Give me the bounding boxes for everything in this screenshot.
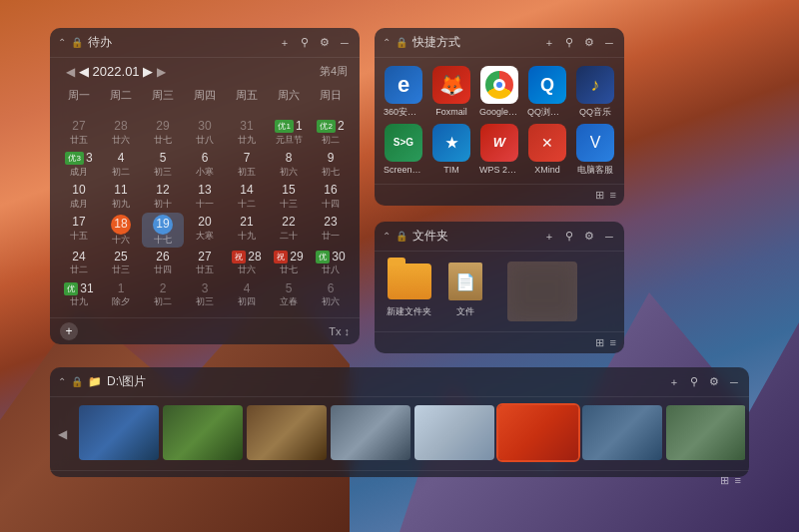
cal-day[interactable]: 祝 28 廿六 — [226, 248, 268, 279]
calendar-search-icon[interactable]: ⚲ — [298, 36, 312, 50]
cal-day[interactable]: 25廿三 — [100, 248, 142, 279]
shortcuts-settings-icon[interactable]: ⚙ — [582, 36, 596, 50]
photos-prev-btn[interactable]: ◀ — [54, 427, 71, 441]
cal-day[interactable]: 8初六 — [268, 149, 310, 181]
files-menu-icon[interactable]: ─ — [602, 230, 616, 244]
cal-day[interactable]: 29廿七 — [142, 117, 184, 149]
cal-day[interactable]: 20大寒 — [184, 213, 226, 248]
cal-day[interactable]: 22二十 — [268, 213, 310, 248]
shortcut-qqbrowser[interactable]: Q QQ浏览器 — [526, 66, 568, 118]
shortcut-foxmail[interactable]: 🦊 Foxmail — [430, 66, 472, 118]
shortcuts-add-icon[interactable]: + — [542, 36, 556, 50]
cal-day[interactable]: 16十四 — [310, 181, 352, 213]
cal-day[interactable]: 28廿六 — [100, 117, 142, 149]
cal-next-btn[interactable]: ▶ — [153, 65, 170, 79]
files-expand-icon[interactable]: ⌃ — [383, 231, 391, 242]
shortcuts-search-icon[interactable]: ⚲ — [562, 36, 576, 50]
cal-day[interactable]: 4初四 — [226, 279, 268, 311]
photo-thumb-7[interactable] — [582, 405, 662, 460]
cal-day[interactable]: 31廿九 — [226, 117, 268, 149]
photo-thumb-5[interactable] — [414, 405, 494, 460]
photo-thumb-1[interactable] — [79, 405, 159, 460]
photo-thumb-3[interactable] — [247, 405, 327, 460]
photos-search-icon[interactable]: ⚲ — [687, 375, 701, 389]
cal-day[interactable]: 24廿二 — [58, 248, 100, 279]
shortcuts-expand-icon[interactable]: ⌃ — [383, 37, 391, 48]
cal-day[interactable]: 优1 1 元旦节 — [268, 117, 310, 149]
cal-day-today[interactable]: 18 十六 — [100, 213, 142, 248]
photo-thumb-6[interactable] — [498, 405, 578, 460]
cal-day[interactable]: 9初七 — [310, 149, 352, 181]
cal-prev-btn[interactable]: ◀ — [62, 65, 79, 79]
shortcut-dianxin[interactable]: V 电脑客服 — [574, 124, 616, 176]
cal-day[interactable]: 30廿八 — [184, 117, 226, 149]
shortcut-screentogif[interactable]: S>G ScreenToGif — [383, 124, 424, 176]
cal-day[interactable]: 优 31 廿九 — [58, 279, 100, 311]
cal-day[interactable]: 17十五 — [58, 213, 100, 248]
cal-day[interactable]: 优 30 廿八 — [310, 248, 352, 279]
photos-settings-icon[interactable]: ⚙ — [707, 375, 721, 389]
shortcut-wps[interactable]: W WPS 2019 — [478, 124, 520, 176]
cal-day[interactable]: 10成月 — [58, 181, 100, 213]
files-search-icon[interactable]: ⚲ — [562, 230, 576, 244]
photo-thumb-8[interactable] — [666, 405, 745, 460]
files-settings-icon[interactable]: ⚙ — [582, 230, 596, 244]
cal-day[interactable]: 1除夕 — [100, 279, 142, 311]
cal-day[interactable]: 27廿五 — [184, 248, 226, 279]
cal-sort-label[interactable]: Tx ↕ — [329, 325, 350, 337]
cal-day-selected[interactable]: 19 十七 — [142, 213, 184, 248]
photos-list-view[interactable]: ≡ — [735, 474, 741, 487]
shortcut-xmind[interactable]: ✕ XMind — [526, 124, 568, 176]
calendar-settings-icon[interactable]: ⚙ — [318, 36, 332, 50]
shortcuts-grid-view[interactable]: ⊞ — [595, 189, 604, 202]
cal-week-5: 24廿二 25廿三 26廿四 27廿五 祝 28 廿六 祝 29 廿七 — [58, 248, 352, 279]
cal-day[interactable]: 3初三 — [184, 279, 226, 311]
cal-day[interactable]: 26廿四 — [142, 248, 184, 279]
file-item-file[interactable]: 📄 文件 — [443, 262, 487, 318]
calendar-expand-icon[interactable]: ⌃ — [58, 37, 66, 48]
calendar-lock-icon[interactable]: 🔒 — [71, 37, 83, 48]
photo-thumb-2[interactable] — [163, 405, 243, 460]
cal-day[interactable]: 5立春 — [268, 279, 310, 311]
shortcuts-menu-icon[interactable]: ─ — [602, 36, 616, 50]
files-list-view[interactable]: ≡ — [610, 336, 616, 349]
shortcuts-list-view[interactable]: ≡ — [610, 189, 616, 202]
cal-day[interactable]: 6初六 — [310, 279, 352, 311]
shortcut-360[interactable]: e 360安全浏览器 — [383, 66, 424, 118]
calendar-menu-icon[interactable]: ─ — [338, 36, 352, 50]
cal-day[interactable]: 优3 3 成月 — [58, 149, 100, 181]
cal-day[interactable]: 13十一 — [184, 181, 226, 213]
calendar-add-icon[interactable]: + — [278, 36, 292, 50]
cal-day[interactable]: 6小寒 — [184, 149, 226, 181]
cal-day[interactable]: 祝 29 廿七 — [268, 248, 310, 279]
cal-day[interactable]: 2初二 — [142, 279, 184, 311]
cal-day[interactable]: 优2 2 初二 — [310, 117, 352, 149]
photos-lock-icon[interactable]: 🔒 — [71, 376, 83, 387]
shortcut-icon-xmind: ✕ — [528, 124, 566, 162]
cal-day[interactable]: 23廿一 — [310, 213, 352, 248]
files-title: 文件夹 — [412, 228, 537, 245]
cal-day[interactable]: 15十三 — [268, 181, 310, 213]
photos-menu-icon[interactable]: ─ — [727, 375, 741, 389]
shortcut-tim[interactable]: ★ TIM — [430, 124, 472, 176]
cal-day[interactable]: 4初二 — [100, 149, 142, 181]
files-add-icon[interactable]: + — [542, 230, 556, 244]
files-lock-icon[interactable]: 🔒 — [396, 231, 407, 242]
cal-add-btn[interactable]: + — [60, 322, 78, 340]
cal-day[interactable]: 5初三 — [142, 149, 184, 181]
photo-thumb-4[interactable] — [331, 405, 410, 460]
cal-day[interactable]: 11初九 — [100, 181, 142, 213]
file-item-folder[interactable]: 新建文件夹 — [387, 262, 431, 318]
photos-grid-view[interactable]: ⊞ — [720, 474, 729, 487]
cal-day[interactable]: 27廿五 — [58, 117, 100, 149]
cal-day[interactable]: 21十九 — [226, 213, 268, 248]
shortcuts-lock-icon[interactable]: 🔒 — [396, 37, 407, 48]
files-grid-view[interactable]: ⊞ — [595, 336, 604, 349]
photos-expand-icon[interactable]: ⌃ — [58, 376, 66, 387]
cal-day[interactable]: 7初五 — [226, 149, 268, 181]
cal-day[interactable]: 14十二 — [226, 181, 268, 213]
cal-day[interactable]: 12初十 — [142, 181, 184, 213]
shortcut-chrome[interactable]: Google Chrome — [478, 66, 520, 118]
photos-add-icon[interactable]: + — [667, 375, 681, 389]
shortcut-qqmusic[interactable]: ♪ QQ音乐 — [574, 66, 616, 118]
